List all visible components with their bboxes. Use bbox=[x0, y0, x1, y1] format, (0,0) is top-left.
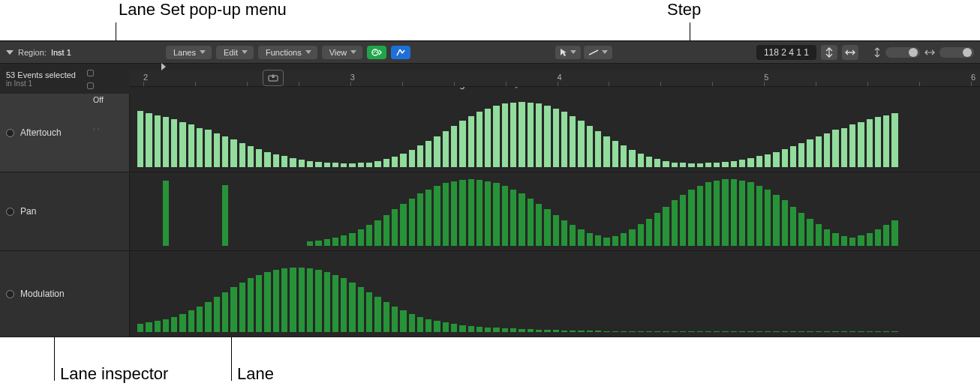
step-bar[interactable] bbox=[578, 229, 584, 246]
step-bar[interactable] bbox=[816, 331, 822, 332]
step-bar[interactable] bbox=[409, 314, 415, 332]
step-bar[interactable] bbox=[324, 272, 330, 332]
step-bar[interactable] bbox=[214, 133, 220, 167]
step-bar[interactable] bbox=[798, 331, 804, 332]
lanes-menu[interactable]: Lanes bbox=[166, 46, 212, 59]
step-bar[interactable] bbox=[867, 331, 873, 332]
step-bar[interactable] bbox=[807, 331, 813, 332]
step-bar[interactable] bbox=[858, 331, 864, 332]
step-bar[interactable] bbox=[468, 179, 474, 246]
step-bar[interactable] bbox=[493, 328, 499, 332]
step-bar[interactable] bbox=[705, 331, 711, 332]
step-bar[interactable] bbox=[476, 112, 482, 167]
step-bar[interactable] bbox=[366, 163, 372, 167]
step-bar[interactable] bbox=[747, 182, 753, 246]
step-bar[interactable] bbox=[188, 310, 194, 332]
step-bar[interactable] bbox=[528, 199, 534, 246]
step-bar[interactable] bbox=[680, 331, 686, 332]
step-bar[interactable] bbox=[425, 190, 431, 246]
step-bar[interactable] bbox=[188, 124, 194, 167]
lane-aftertouch[interactable]: Aftertouch bbox=[0, 94, 980, 172]
step-bar[interactable] bbox=[383, 159, 389, 167]
step-bar[interactable] bbox=[765, 154, 771, 167]
step-bar[interactable] bbox=[578, 331, 584, 332]
step-bar[interactable] bbox=[672, 331, 678, 332]
step-bar[interactable] bbox=[519, 102, 525, 167]
scroll-to-selection-button[interactable] bbox=[263, 70, 284, 86]
step-bar[interactable] bbox=[459, 121, 465, 167]
step-bar[interactable] bbox=[493, 106, 499, 167]
step-bar[interactable] bbox=[332, 275, 338, 332]
step-bar[interactable] bbox=[290, 158, 296, 167]
vertical-zoom-slider[interactable] bbox=[885, 47, 920, 58]
step-bar[interactable] bbox=[731, 331, 737, 332]
step-bar[interactable] bbox=[273, 270, 279, 332]
step-bar[interactable] bbox=[417, 145, 423, 167]
step-bar[interactable] bbox=[747, 158, 753, 167]
edit-menu[interactable]: Edit bbox=[216, 46, 254, 59]
step-bar[interactable] bbox=[239, 143, 245, 167]
step-bar[interactable] bbox=[697, 163, 703, 167]
step-bar[interactable] bbox=[273, 154, 279, 167]
step-bar[interactable] bbox=[392, 307, 398, 332]
step-bar[interactable] bbox=[680, 195, 686, 246]
step-bar[interactable] bbox=[366, 292, 372, 332]
step-bar[interactable] bbox=[798, 143, 804, 167]
step-bar[interactable] bbox=[155, 115, 161, 167]
loop-checkbox[interactable] bbox=[87, 82, 94, 89]
step-bar[interactable] bbox=[536, 204, 542, 246]
step-bar[interactable] bbox=[248, 146, 254, 167]
step-bar[interactable] bbox=[510, 190, 516, 246]
line-tool[interactable] bbox=[584, 46, 612, 59]
step-bar[interactable] bbox=[476, 327, 482, 332]
lane-header-pan[interactable]: Pan bbox=[0, 172, 130, 250]
step-bar[interactable] bbox=[434, 186, 440, 246]
lane-body-pan[interactable] bbox=[130, 172, 980, 250]
step-bar[interactable] bbox=[807, 219, 813, 246]
step-bar[interactable] bbox=[875, 229, 881, 246]
step-bar[interactable] bbox=[281, 156, 287, 167]
step-bar[interactable] bbox=[536, 330, 542, 332]
step-bar[interactable] bbox=[544, 106, 550, 167]
step-bar[interactable] bbox=[561, 331, 567, 332]
step-bar[interactable] bbox=[561, 112, 567, 167]
step-bar[interactable] bbox=[773, 195, 779, 246]
step-bar[interactable] bbox=[485, 109, 491, 167]
step-bar[interactable] bbox=[663, 207, 669, 246]
step-bar[interactable] bbox=[629, 331, 635, 332]
step-bar[interactable] bbox=[528, 103, 534, 167]
time-ruler[interactable]: 23456 bbox=[130, 70, 980, 87]
step-bar[interactable] bbox=[137, 324, 143, 332]
lane-modulation[interactable]: Modulation bbox=[0, 251, 980, 337]
step-bar[interactable] bbox=[875, 331, 881, 332]
step-bar[interactable] bbox=[163, 117, 169, 167]
step-bar[interactable] bbox=[536, 103, 542, 167]
step-bar[interactable] bbox=[739, 160, 745, 167]
step-bar[interactable] bbox=[697, 331, 703, 332]
step-bar[interactable] bbox=[264, 152, 270, 167]
step-bar[interactable] bbox=[841, 331, 847, 332]
step-bar[interactable] bbox=[587, 331, 593, 332]
step-bar[interactable] bbox=[782, 331, 788, 332]
step-bar[interactable] bbox=[222, 136, 228, 167]
step-bar[interactable] bbox=[256, 275, 262, 332]
step-bar[interactable] bbox=[832, 233, 838, 246]
step-bar[interactable] bbox=[883, 115, 889, 167]
step-bar[interactable] bbox=[680, 163, 686, 167]
step-bar[interactable] bbox=[299, 268, 305, 332]
step-bar[interactable] bbox=[688, 163, 694, 167]
step-bar[interactable] bbox=[459, 325, 465, 332]
step-bar[interactable] bbox=[383, 302, 389, 332]
step-bar[interactable] bbox=[824, 331, 830, 332]
step-bar[interactable] bbox=[544, 330, 550, 332]
step-bar[interactable] bbox=[595, 235, 601, 246]
step-bar[interactable] bbox=[163, 319, 169, 332]
step-bar[interactable] bbox=[197, 307, 203, 332]
step-bar[interactable] bbox=[179, 314, 185, 332]
step-bar[interactable] bbox=[307, 161, 313, 167]
step-bar[interactable] bbox=[824, 133, 830, 167]
step-bar[interactable] bbox=[451, 126, 457, 167]
step-bar[interactable] bbox=[773, 152, 779, 167]
step-bar[interactable] bbox=[425, 141, 431, 167]
step-bar[interactable] bbox=[705, 163, 711, 167]
